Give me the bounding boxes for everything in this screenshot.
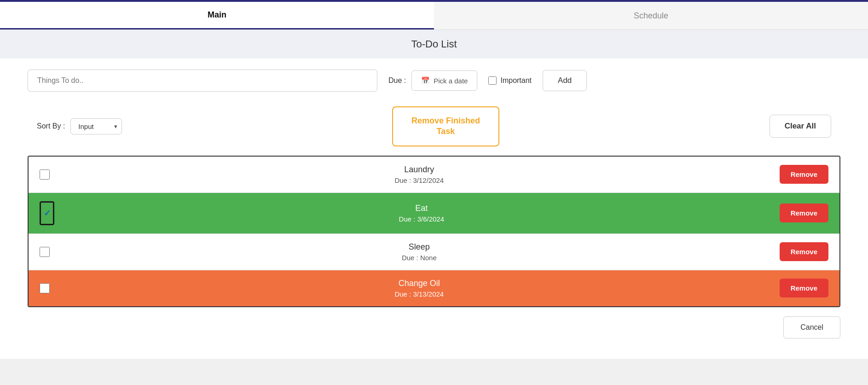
- remove-task-button[interactable]: Remove: [780, 204, 828, 222]
- task-list: LaundryDue : 3/12/2024Remove✓EatDue : 3/…: [28, 156, 840, 307]
- task-input[interactable]: [28, 70, 377, 92]
- task-due: Due : 3/12/2024: [59, 176, 780, 184]
- task-due: Due : 3/6/2024: [64, 215, 780, 223]
- tab-main[interactable]: Main: [0, 2, 434, 29]
- tab-schedule[interactable]: Schedule: [434, 2, 868, 29]
- task-checkbox-completed[interactable]: ✓: [40, 201, 54, 225]
- task-due: Due : None: [59, 254, 780, 262]
- remove-task-button[interactable]: Remove: [780, 165, 828, 184]
- due-label: Due :: [388, 76, 406, 85]
- page-title: To-Do List: [411, 38, 457, 50]
- task-row: Change OilDue : 3/13/2024Remove: [29, 270, 839, 306]
- task-row: SleepDue : NoneRemove: [29, 234, 839, 270]
- cancel-button[interactable]: Cancel: [783, 316, 840, 338]
- task-name: Sleep: [59, 242, 780, 252]
- tab-bar: Main Schedule: [0, 2, 868, 30]
- task-info: EatDue : 3/6/2024: [64, 204, 780, 223]
- task-info: SleepDue : None: [59, 242, 780, 262]
- calendar-icon: 📅: [421, 76, 430, 85]
- important-label: Important: [500, 76, 532, 85]
- task-checkbox[interactable]: [40, 283, 50, 293]
- sort-label: Sort By :: [37, 122, 65, 130]
- date-picker-label: Pick a date: [434, 77, 468, 85]
- remove-task-button[interactable]: Remove: [780, 279, 828, 298]
- task-name: Eat: [64, 204, 780, 213]
- sort-select[interactable]: Input Due Date Important: [70, 118, 122, 134]
- add-button[interactable]: Add: [543, 70, 587, 91]
- sort-section: Sort By : Input Due Date Important: [37, 118, 122, 134]
- checkmark-icon: ✓: [44, 208, 51, 218]
- app-container: Main Schedule To-Do List Due : 📅 Pick a …: [0, 0, 868, 359]
- input-row: Due : 📅 Pick a date Important Add: [28, 70, 840, 92]
- date-picker-button[interactable]: 📅 Pick a date: [411, 70, 477, 91]
- task-info: LaundryDue : 3/12/2024: [59, 165, 780, 184]
- controls-row: Sort By : Input Due Date Important Remov…: [28, 106, 840, 146]
- task-name: Laundry: [59, 165, 780, 175]
- bottom-row: Cancel: [28, 316, 840, 348]
- page-header: To-Do List: [0, 30, 868, 58]
- remove-finished-line1: Remove Finished: [411, 116, 480, 125]
- task-name: Change Oil: [59, 279, 780, 288]
- task-checkbox[interactable]: [40, 169, 50, 180]
- remove-task-button[interactable]: Remove: [780, 242, 828, 261]
- important-section: Important: [488, 76, 532, 85]
- main-content: Due : 📅 Pick a date Important Add Sort B…: [0, 58, 868, 359]
- due-section: Due : 📅 Pick a date: [388, 70, 477, 91]
- important-checkbox[interactable]: [488, 76, 497, 85]
- remove-finished-button[interactable]: Remove Finished Task: [392, 106, 499, 146]
- clear-all-button[interactable]: Clear All: [770, 115, 831, 138]
- task-checkbox[interactable]: [40, 247, 50, 257]
- sort-wrapper: Input Due Date Important: [70, 118, 122, 134]
- task-info: Change OilDue : 3/13/2024: [59, 279, 780, 298]
- task-row: LaundryDue : 3/12/2024Remove: [29, 157, 839, 193]
- remove-finished-line2: Task: [437, 127, 455, 136]
- task-due: Due : 3/13/2024: [59, 290, 780, 298]
- task-row: ✓EatDue : 3/6/2024Remove: [29, 193, 839, 234]
